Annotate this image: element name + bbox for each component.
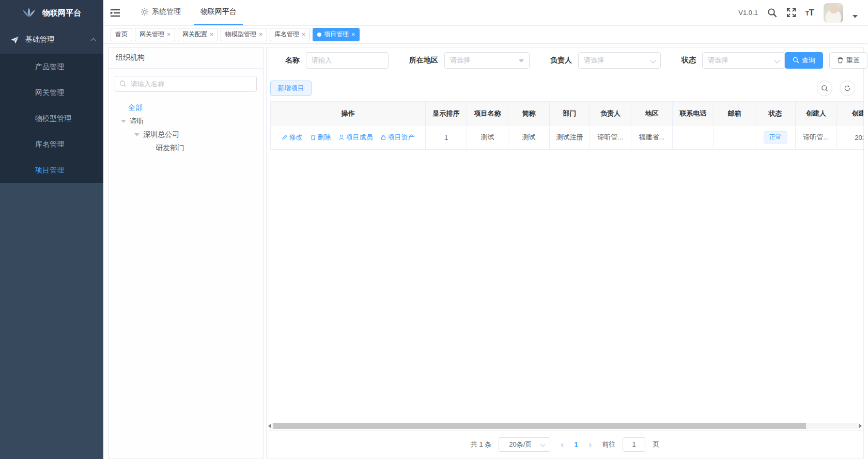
select-placeholder: 请选择	[450, 56, 470, 65]
close-icon[interactable]	[302, 31, 305, 38]
search-icon[interactable]	[767, 8, 777, 18]
add-project-button[interactable]: 新增项目	[270, 81, 312, 96]
org-tree-panel: 组织机构 全部 谛听 深圳总公司 研发部门	[108, 47, 264, 458]
sidebar-group-basic-management[interactable]: 基础管理	[0, 26, 103, 54]
page-size-select[interactable]: 20条/页	[499, 437, 550, 452]
pagination-bar: 共 1 条 20条/页 1 前往 页	[267, 430, 863, 458]
tab-label: 库名管理	[274, 30, 299, 39]
filter-region-label: 所在地区	[409, 56, 438, 65]
sidebar-filler	[0, 183, 103, 459]
goto-page-input[interactable]	[623, 437, 645, 452]
nav-item-label: 系统管理	[152, 7, 181, 17]
lotus-logo-icon	[22, 7, 36, 19]
sidebar-item-project-management[interactable]: 项目管理	[0, 157, 103, 183]
delete-action[interactable]: 删除	[310, 133, 331, 142]
col-email: 邮箱	[714, 102, 755, 125]
col-project-name: 项目名称	[467, 102, 508, 125]
name-filter-input[interactable]	[306, 52, 389, 69]
sidebar-item-gateway-management[interactable]: 网关管理	[0, 80, 103, 105]
tab-project-management[interactable]: 项目管理	[313, 28, 360, 41]
next-page-icon[interactable]	[585, 440, 595, 449]
tab-db-name-management[interactable]: 库名管理	[270, 28, 310, 41]
cell-email	[714, 125, 755, 150]
sidebar: 物联网平台 基础管理 产品管理 网关管理 物模型管理 库名管理 项目管理	[0, 0, 103, 459]
scroll-right-icon[interactable]	[859, 423, 862, 429]
project-management-panel: 名称 所在地区 请选择 负责人 请选择	[266, 47, 864, 458]
scrollbar-track[interactable]	[272, 423, 858, 429]
select-placeholder: 请选择	[584, 56, 604, 65]
sidebar-item-product-management[interactable]: 产品管理	[0, 54, 103, 80]
owner-select[interactable]: 请选择	[578, 52, 661, 69]
table-row: 修改 删除 项目成员	[271, 125, 864, 150]
reset-button[interactable]: 重置	[829, 52, 867, 69]
search-button[interactable]: 查询	[785, 52, 823, 69]
edit-icon	[282, 134, 288, 140]
col-owner: 负责人	[590, 102, 631, 125]
nav-item-system-management[interactable]: 系统管理	[134, 0, 187, 25]
cell-department: 测试注册	[550, 125, 590, 150]
org-panel-title: 组织机构	[109, 48, 263, 69]
caret-down-icon[interactable]	[121, 120, 126, 123]
cell-actions: 修改 删除 项目成员	[271, 125, 426, 150]
region-select[interactable]: 请选择	[444, 52, 530, 69]
edit-action[interactable]: 修改	[282, 133, 303, 142]
horizontal-scrollbar[interactable]	[268, 422, 862, 430]
tree-node-all[interactable]: 全部	[109, 101, 263, 115]
scrollbar-thumb[interactable]	[273, 423, 806, 429]
user-icon	[338, 134, 345, 140]
tab-thing-model-management[interactable]: 物模型管理	[221, 28, 267, 41]
org-search	[115, 76, 257, 92]
scroll-left-icon[interactable]	[268, 423, 271, 429]
refresh-icon[interactable]	[840, 81, 855, 96]
action-label: 修改	[289, 133, 303, 142]
sidebar-item-thing-model-management[interactable]: 物模型管理	[0, 105, 103, 131]
col-status: 状态	[755, 102, 796, 125]
action-label: 删除	[318, 133, 331, 142]
tree-node-rd-department[interactable]: 研发部门	[109, 141, 263, 155]
tree-node-label: 研发部门	[156, 144, 184, 153]
filter-owner-label: 负责人	[550, 56, 572, 65]
status-select[interactable]: 请选择	[702, 52, 785, 69]
avatar[interactable]	[824, 3, 843, 23]
caret-down-icon[interactable]	[853, 15, 858, 18]
page-size-value: 20条/页	[509, 440, 532, 449]
tags-view-bar: 首页 网关管理 网关配置 物模型管理 库名管理 项目管理	[103, 26, 868, 43]
filter-bar: 名称 所在地区 请选择 负责人 请选择	[267, 48, 863, 73]
chevron-down-icon	[650, 57, 656, 63]
tree-node-diting[interactable]: 谛听	[109, 115, 263, 128]
table-toolbar: 新增项目	[267, 73, 863, 101]
delete-icon	[310, 134, 316, 140]
filter-status: 状态 请选择	[681, 52, 785, 69]
tab-home[interactable]: 首页	[111, 28, 132, 41]
sidebar-item-db-name-management[interactable]: 库名管理	[0, 131, 103, 157]
tab-gateway-management[interactable]: 网关管理	[135, 28, 175, 41]
search-icon[interactable]	[817, 81, 832, 96]
close-icon[interactable]	[210, 31, 213, 38]
font-size-icon[interactable]: TT	[805, 8, 814, 17]
chevron-down-icon	[774, 57, 780, 63]
close-icon[interactable]	[167, 31, 171, 38]
action-label: 项目成员	[346, 133, 373, 142]
hamburger-fold-icon[interactable]	[103, 0, 127, 25]
reset-button-label: 重置	[846, 56, 860, 65]
app-window: 物联网平台 基础管理 产品管理 网关管理 物模型管理 库名管理 项目管理	[0, 0, 868, 459]
status-badge: 正常	[764, 131, 787, 144]
current-page[interactable]: 1	[574, 440, 578, 449]
cell-region: 福建省...	[631, 125, 673, 150]
table-header-row: 操作 显示排序 项目名称 简称 部门 负责人 地区 联系电话 邮箱 状态 创建人	[271, 102, 864, 125]
filter-name: 名称	[285, 52, 389, 69]
org-search-input[interactable]	[115, 76, 257, 92]
tab-gateway-config[interactable]: 网关配置	[178, 28, 218, 41]
content-area: 组织机构 全部 谛听 深圳总公司 研发部门 名称	[103, 43, 868, 459]
close-icon[interactable]	[259, 31, 262, 38]
cell-owner: 谛听管...	[590, 125, 631, 150]
close-icon[interactable]	[351, 31, 355, 38]
total-count-label: 共 1 条	[471, 440, 491, 449]
prev-page-icon[interactable]	[557, 440, 567, 449]
caret-down-icon[interactable]	[134, 133, 140, 136]
project-members-action[interactable]: 项目成员	[338, 133, 373, 142]
project-assets-action[interactable]: 项目资产	[380, 133, 415, 142]
fullscreen-icon[interactable]	[786, 8, 796, 18]
tree-node-shenzhen-hq[interactable]: 深圳总公司	[109, 128, 263, 141]
nav-item-iot-platform[interactable]: 物联网平台	[194, 0, 243, 25]
